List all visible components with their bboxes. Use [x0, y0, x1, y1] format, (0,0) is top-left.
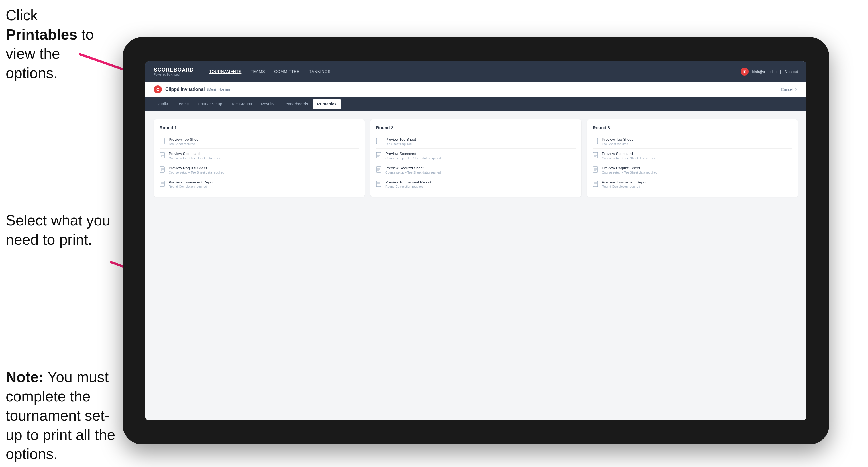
round-2-scorecard[interactable]: Preview Scorecard Course setup + Tee She…: [376, 149, 576, 163]
nav-separator: |: [780, 69, 781, 74]
round-1-tournament-report[interactable]: Preview Tournament Report Round Completi…: [160, 177, 359, 191]
round-3-scorecard[interactable]: Preview Scorecard Course setup + Tee She…: [593, 149, 792, 163]
r2-tournament-report-text: Preview Tournament Report Round Completi…: [385, 180, 431, 188]
r3-tee-sheet-subtitle: Tee Sheet required: [602, 142, 632, 146]
r2-raguzzi-text: Preview Raguzzi Sheet Course setup + Tee…: [385, 166, 441, 174]
scorecard-title: Preview Scorecard: [169, 152, 224, 156]
tournament-name: Clippd Invitational: [165, 87, 205, 92]
r2-scorecard-title: Preview Scorecard: [385, 152, 441, 156]
tablet-screen: SCOREBOARD Powered by clippd TOURNAMENTS…: [145, 61, 806, 420]
user-email: blair@clippd.io: [752, 69, 776, 74]
r2-tee-sheet-title: Preview Tee Sheet: [385, 137, 416, 142]
tab-details[interactable]: Details: [151, 99, 173, 108]
instruction-bottom: Note: You must complete the tournament s…: [6, 368, 117, 464]
r3-scorecard-subtitle: Course setup + Tee Sheet data required: [602, 156, 657, 160]
scorecard-subtitle: Course setup + Tee Sheet data required: [169, 156, 224, 160]
r3-tournament-report-title: Preview Tournament Report: [602, 180, 648, 184]
main-content: Round 1 Preview Tee Sheet Tee Sheet requ…: [145, 111, 806, 420]
raguzzi-icon: [160, 166, 166, 174]
tab-course-setup[interactable]: Course Setup: [193, 99, 227, 108]
tablet-device: SCOREBOARD Powered by clippd TOURNAMENTS…: [123, 37, 829, 444]
tournament-report-text: Preview Tournament Report Round Completi…: [169, 180, 215, 188]
tee-sheet-text: Preview Tee Sheet Tee Sheet required: [169, 137, 199, 146]
sign-out-link[interactable]: Sign out: [784, 69, 798, 74]
round-3-tournament-report[interactable]: Preview Tournament Report Round Completi…: [593, 177, 792, 191]
note-bold: Note:: [6, 369, 43, 385]
r3-scorecard-text: Preview Scorecard Course setup + Tee She…: [602, 152, 657, 160]
raguzzi-title: Preview Raguzzi Sheet: [169, 166, 224, 170]
round-2-section: Round 2 Preview Tee Sheet Tee Sheet requ…: [370, 119, 581, 197]
round-1-tee-sheet[interactable]: Preview Tee Sheet Tee Sheet required: [160, 134, 359, 149]
round-2-raguzzi[interactable]: Preview Raguzzi Sheet Course setup + Tee…: [376, 163, 576, 177]
raguzzi-text: Preview Raguzzi Sheet Course setup + Tee…: [169, 166, 224, 174]
r3-scorecard-icon: [593, 152, 599, 160]
nav-teams[interactable]: TEAMS: [247, 67, 269, 75]
printables-bold: Printables: [6, 26, 77, 43]
nav-committee[interactable]: COMMITTEE: [270, 67, 304, 75]
r3-raguzzi-title: Preview Raguzzi Sheet: [602, 166, 657, 170]
tee-sheet-icon: [160, 138, 166, 145]
round-1-scorecard[interactable]: Preview Scorecard Course setup + Tee She…: [160, 149, 359, 163]
r3-tee-sheet-text: Preview Tee Sheet Tee Sheet required: [602, 137, 632, 146]
rounds-grid: Round 1 Preview Tee Sheet Tee Sheet requ…: [154, 119, 798, 197]
nav-rankings[interactable]: RANKINGS: [305, 67, 335, 75]
r2-raguzzi-title: Preview Raguzzi Sheet: [385, 166, 441, 170]
r2-raguzzi-subtitle: Course setup + Tee Sheet data required: [385, 171, 441, 174]
r2-scorecard-icon: [376, 152, 382, 160]
r2-scorecard-subtitle: Course setup + Tee Sheet data required: [385, 156, 441, 160]
r3-tee-sheet-title: Preview Tee Sheet: [602, 137, 632, 142]
round-1-raguzzi[interactable]: Preview Raguzzi Sheet Course setup + Tee…: [160, 163, 359, 177]
r3-raguzzi-subtitle: Course setup + Tee Sheet data required: [602, 171, 657, 174]
scorecard-text: Preview Scorecard Course setup + Tee She…: [169, 152, 224, 160]
instruction-middle-text: Select what you need to print.: [6, 212, 110, 248]
tournament-logo: C: [154, 86, 162, 93]
round-3-tee-sheet[interactable]: Preview Tee Sheet Tee Sheet required: [593, 134, 792, 149]
tab-leaderboards[interactable]: Leaderboards: [279, 99, 313, 108]
round-2-tournament-report[interactable]: Preview Tournament Report Round Completi…: [376, 177, 576, 191]
round-2-title: Round 2: [376, 125, 576, 130]
r3-tournament-report-text: Preview Tournament Report Round Completi…: [602, 180, 648, 188]
round-1-title: Round 1: [160, 125, 359, 130]
top-nav-links: TOURNAMENTS TEAMS COMMITTEE RANKINGS: [205, 67, 741, 75]
r3-tournament-report-subtitle: Round Completion required: [602, 185, 648, 188]
r2-scorecard-text: Preview Scorecard Course setup + Tee She…: [385, 152, 441, 160]
tee-sheet-subtitle: Tee Sheet required: [169, 142, 199, 146]
user-avatar: B: [741, 67, 749, 75]
tournament-status: Hosting: [218, 88, 230, 91]
r3-raguzzi-icon: [593, 166, 599, 174]
tab-bar: Details Teams Course Setup Tee Groups Re…: [145, 97, 806, 111]
tournament-logo-letter: C: [156, 87, 159, 92]
r3-raguzzi-text: Preview Raguzzi Sheet Course setup + Tee…: [602, 166, 657, 174]
r3-tournament-report-icon: [593, 181, 599, 188]
nav-right: B blair@clippd.io | Sign out: [741, 67, 798, 75]
scoreboard-title: SCOREBOARD: [154, 67, 194, 73]
r2-raguzzi-icon: [376, 166, 382, 174]
tournament-report-icon: [160, 181, 166, 188]
r2-tee-sheet-icon: [376, 138, 382, 145]
round-3-section: Round 3 Preview Tee Sheet Tee Sheet requ…: [587, 119, 798, 197]
tee-sheet-title: Preview Tee Sheet: [169, 137, 199, 142]
r3-scorecard-title: Preview Scorecard: [602, 152, 657, 156]
cancel-label: Cancel: [781, 87, 793, 92]
r2-tee-sheet-text: Preview Tee Sheet Tee Sheet required: [385, 137, 416, 146]
cancel-x-icon: ✕: [795, 87, 798, 92]
round-2-tee-sheet[interactable]: Preview Tee Sheet Tee Sheet required: [376, 134, 576, 149]
r2-tournament-report-title: Preview Tournament Report: [385, 180, 431, 184]
raguzzi-subtitle: Course setup + Tee Sheet data required: [169, 171, 224, 174]
tab-results[interactable]: Results: [256, 99, 279, 108]
round-3-raguzzi[interactable]: Preview Raguzzi Sheet Course setup + Tee…: [593, 163, 792, 177]
instruction-middle: Select what you need to print.: [6, 211, 111, 249]
user-initial: B: [743, 69, 746, 73]
cancel-button[interactable]: Cancel ✕: [781, 87, 798, 92]
nav-tournaments[interactable]: TOURNAMENTS: [205, 67, 245, 75]
tab-teams[interactable]: Teams: [173, 99, 193, 108]
scorecard-icon: [160, 152, 166, 160]
tab-tee-groups[interactable]: Tee Groups: [227, 99, 256, 108]
r3-tee-sheet-icon: [593, 138, 599, 145]
top-navigation: SCOREBOARD Powered by clippd TOURNAMENTS…: [145, 61, 806, 82]
r2-tee-sheet-subtitle: Tee Sheet required: [385, 142, 416, 146]
tournament-report-title: Preview Tournament Report: [169, 180, 215, 184]
tournament-report-subtitle: Round Completion required: [169, 185, 215, 188]
r2-tournament-report-icon: [376, 181, 382, 188]
tab-printables[interactable]: Printables: [313, 99, 341, 108]
